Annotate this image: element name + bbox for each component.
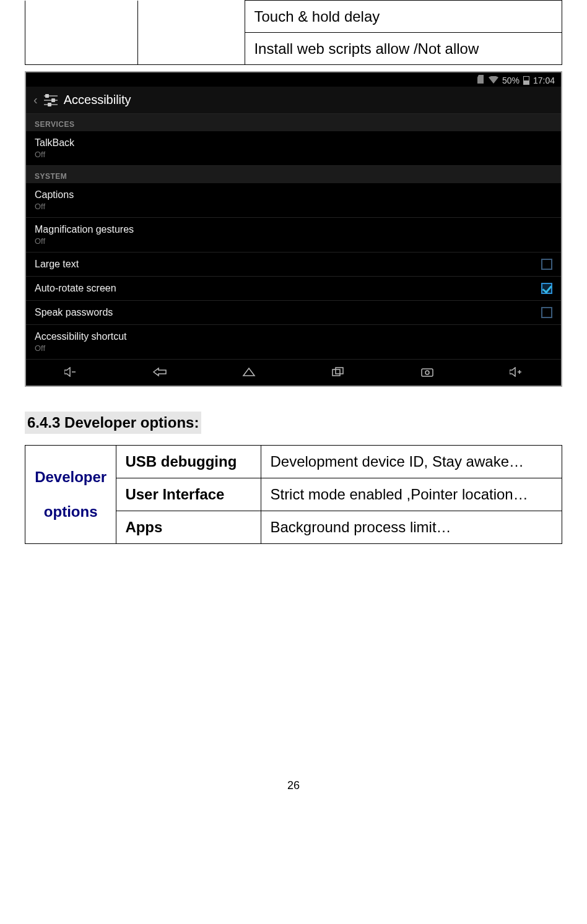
svg-rect-1 xyxy=(333,369,340,376)
top-table-col1-empty xyxy=(25,1,138,65)
item-status: Off xyxy=(35,343,127,353)
dev-row1-mid: User Interface xyxy=(116,478,261,511)
wifi-icon xyxy=(489,76,498,85)
item-speak-passwords[interactable]: Speak passwords xyxy=(26,301,561,325)
title-bar[interactable]: ‹ Accessibility xyxy=(26,87,561,114)
checkbox-large-text[interactable] xyxy=(541,259,552,270)
item-label: Large text xyxy=(35,259,79,270)
developer-options-table: Developer options USB debugging Developm… xyxy=(25,445,562,544)
status-bar: 50% 17:04 xyxy=(26,72,561,87)
dev-left-line1: Developer xyxy=(35,468,107,485)
dev-left-line2: options xyxy=(44,503,98,520)
section-header-services: SERVICES xyxy=(26,114,561,131)
settings-sliders-icon xyxy=(44,94,58,106)
top-table-row1: Touch & hold delay xyxy=(245,1,562,33)
status-time: 17:04 xyxy=(533,76,555,85)
back-chevron-icon[interactable]: ‹ xyxy=(33,93,38,107)
item-label: TalkBack xyxy=(35,137,74,149)
android-screenshot: 50% 17:04 ‹ Accessibility SERVICES TalkB… xyxy=(25,71,562,387)
top-table-row2: Install web scripts allow /Not allow xyxy=(245,33,562,65)
item-label: Speak passwords xyxy=(35,307,113,318)
recent-apps-icon[interactable] xyxy=(329,366,347,378)
volume-down-icon[interactable] xyxy=(62,366,79,378)
top-table-col2-empty xyxy=(138,1,245,65)
battery-icon xyxy=(523,76,529,85)
item-status: Off xyxy=(35,202,74,211)
dev-row2-mid: Apps xyxy=(116,511,261,544)
item-captions[interactable]: Captions Off xyxy=(26,183,561,218)
item-accessibility-shortcut[interactable]: Accessibility shortcut Off xyxy=(26,325,561,359)
item-label: Auto-rotate screen xyxy=(35,283,116,294)
svg-point-4 xyxy=(425,371,429,374)
navigation-bar xyxy=(26,359,561,386)
section-header-system: SYSTEM xyxy=(26,166,561,183)
item-auto-rotate[interactable]: Auto-rotate screen xyxy=(26,277,561,301)
home-button-icon[interactable] xyxy=(240,366,258,378)
item-label: Magnification gestures xyxy=(35,224,134,235)
screen-title: Accessibility xyxy=(64,93,131,107)
dev-row1-right: Strict mode enabled ,Pointer location… xyxy=(261,478,562,511)
checkbox-auto-rotate[interactable] xyxy=(541,283,552,294)
item-status: Off xyxy=(35,236,134,246)
item-large-text[interactable]: Large text xyxy=(26,253,561,277)
dev-row2-right: Background process limit… xyxy=(261,511,562,544)
back-button-icon[interactable] xyxy=(151,366,168,378)
section-heading-developer-options: 6.4.3 Developer options: xyxy=(25,412,201,434)
battery-text: 50% xyxy=(502,76,520,85)
item-label: Captions xyxy=(35,189,74,201)
svg-rect-2 xyxy=(336,368,343,374)
dev-row0-right: Development device ID, Stay awake… xyxy=(261,446,562,478)
svg-rect-3 xyxy=(422,369,433,376)
top-partial-table: Touch & hold delay Install web scripts a… xyxy=(25,0,562,65)
screenshot-icon[interactable] xyxy=(419,366,436,378)
item-talkback[interactable]: TalkBack Off xyxy=(26,131,561,166)
accessibility-list: SERVICES TalkBack Off SYSTEM Captions Of… xyxy=(26,114,561,359)
dev-table-left-label: Developer options xyxy=(25,446,116,544)
item-magnification-gestures[interactable]: Magnification gestures Off xyxy=(26,218,561,253)
dev-row0-mid: USB debugging xyxy=(116,446,261,478)
page-number: 26 xyxy=(25,779,562,805)
item-status: Off xyxy=(35,150,74,159)
checkbox-speak-passwords[interactable] xyxy=(541,307,552,318)
sd-card-icon xyxy=(477,75,485,85)
volume-up-icon[interactable] xyxy=(508,366,525,378)
item-label: Accessibility shortcut xyxy=(35,331,127,342)
